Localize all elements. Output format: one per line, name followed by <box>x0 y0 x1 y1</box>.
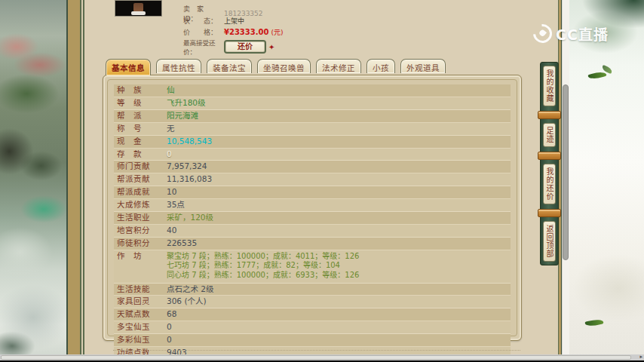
info-row-value: 0 <box>167 149 511 161</box>
price-value: ¥23333.00 <box>224 28 268 36</box>
quick-action-0[interactable]: 我的收藏 <box>543 66 556 106</box>
info-row-value: 40 <box>167 225 511 237</box>
info-row-value: 35点 <box>167 199 511 211</box>
strip-clasp <box>538 209 561 217</box>
info-row-value: 10 <box>167 186 511 198</box>
info-row-label: 等 级 <box>114 97 167 109</box>
price-unit: (元) <box>271 27 283 37</box>
info-row-label: 作 坊 <box>114 250 167 262</box>
workshop-line: 聚宝坊 7 段；熟练：100000；成就：4011；等级：126 <box>167 252 511 262</box>
info-row-value: 采矿，120级 <box>167 212 511 224</box>
background-artwork-left <box>0 0 66 360</box>
info-row: 天赋点数68 <box>114 308 511 321</box>
scroll-right-arrow-icon[interactable]: ▸ <box>639 354 642 360</box>
info-row: 多彩仙玉0 <box>114 334 511 347</box>
info-row-value: 7,957,324 <box>167 161 511 173</box>
info-row: 多宝仙玉0 <box>114 321 511 334</box>
info-row: 地宫积分40 <box>114 225 511 238</box>
info-row-value: 226535 <box>167 238 511 250</box>
info-row: 现 金10,548,543 <box>114 136 511 149</box>
page-bottom-divider <box>113 350 520 351</box>
status-value: 上架中 <box>224 16 244 26</box>
info-row-value: 10,548,543 <box>167 136 511 148</box>
strip-clasp <box>538 152 561 160</box>
info-row-label: 地宫积分 <box>114 225 167 237</box>
info-rows: 种 族仙等 级飞升180级帮 派阳元海滩称 号无现 金10,548,543存 款… <box>114 84 511 360</box>
price-row: 价 格： ¥23333.00 (元) <box>183 27 284 37</box>
info-row: 存 款0 <box>114 149 511 161</box>
info-row-label: 生活职业 <box>114 212 167 224</box>
info-row-label: 存 款 <box>114 149 167 161</box>
info-row: 帮派贡献11,316,083 <box>114 173 511 186</box>
counter-offer-row: 最高接受还价： 还价 ✦ <box>183 38 274 56</box>
tab-5[interactable]: 小孩 <box>366 59 395 73</box>
info-row: 等 级飞升180级 <box>114 97 511 110</box>
price-label: 价 格： <box>183 27 224 37</box>
info-row-value: 68 <box>167 308 511 321</box>
info-row-label: 大成修炼 <box>114 199 167 211</box>
info-row: 师徒积分226535 <box>114 238 511 250</box>
basic-info-panel-inner: 种 族仙等 级飞升180级帮 派阳元海滩称 号无现 金10,548,543存 款… <box>107 79 517 336</box>
horizontal-scrollbar[interactable]: ▸ <box>0 354 644 360</box>
info-row-label: 家具回灵 <box>114 296 167 308</box>
info-row-value: 点石之术 2级 <box>167 284 511 296</box>
status-row: 状 态： 上架中 <box>183 16 244 26</box>
info-row-value: 聚宝坊 7 段；熟练：100000；成就：4011；等级：126七巧坊 7 段；… <box>167 250 511 283</box>
info-row: 生活职业采矿，120级 <box>114 212 511 225</box>
tab-0[interactable]: 基本信息 <box>106 59 151 75</box>
info-row-label: 帮 派 <box>114 110 167 122</box>
strip-clasp <box>538 111 561 119</box>
info-row: 家具回灵306 (个人) <box>114 296 511 308</box>
info-row-value: 无 <box>167 123 511 135</box>
info-row-label: 帮派成就 <box>114 186 167 198</box>
tab-2[interactable]: 装备法宝 <box>207 59 252 73</box>
info-row-value: 仙 <box>167 84 511 97</box>
horizontal-scrollbar-thumb[interactable] <box>1 355 631 360</box>
vertical-scrollbar-thumb[interactable] <box>563 84 569 260</box>
info-row: 作 坊聚宝坊 7 段；熟练：100000；成就：4011；等级：126七巧坊 7… <box>114 250 511 284</box>
quick-action-3[interactable]: 返回顶部 <box>543 221 556 262</box>
info-row: 大成修炼35点 <box>114 199 511 212</box>
info-row-label: 称 号 <box>114 123 167 135</box>
info-row: 帮派成就10 <box>114 186 511 199</box>
info-row-value: 0 <box>167 334 511 346</box>
info-row-label: 现 金 <box>114 136 167 148</box>
info-row-label: 种 族 <box>114 84 167 97</box>
info-row-value: 0 <box>167 321 511 333</box>
red-cursor-icon: ✦ <box>268 43 274 51</box>
info-row-label: 帮派贡献 <box>114 173 167 186</box>
basic-info-panel: 种 族仙等 级飞升180级帮 派阳元海滩称 号无现 金10,548,543存 款… <box>103 75 522 341</box>
tab-6[interactable]: 外观道具 <box>400 59 446 73</box>
tab-1[interactable]: 属性抗性 <box>156 59 201 73</box>
workshop-line: 七巧坊 7 段；熟练：1777；成就：82；等级：104 <box>167 261 511 271</box>
background-artwork-right <box>558 0 644 360</box>
info-row-value: 11,316,083 <box>167 173 511 186</box>
scroll-border-left <box>66 0 84 360</box>
tab-3[interactable]: 坐骑召唤兽 <box>257 59 311 73</box>
character-portrait[interactable] <box>115 0 162 17</box>
quick-action-1[interactable]: 足迹 <box>543 123 556 147</box>
bargain-button[interactable]: 还价 <box>224 40 266 54</box>
vertical-scrollbar[interactable] <box>562 0 569 354</box>
quick-actions-strip: 我的收藏足迹我的还价返回顶部 <box>540 62 559 265</box>
cc-logo-icon <box>529 20 556 47</box>
info-row: 生活技能点石之术 2级 <box>114 284 511 296</box>
info-row-value: 飞升180级 <box>167 97 511 109</box>
info-row-label: 多彩仙玉 <box>114 334 167 346</box>
info-row: 种 族仙 <box>114 84 511 97</box>
info-row-label: 师徒积分 <box>114 238 167 250</box>
tab-bar: 基本信息属性抗性装备法宝坐骑召唤兽法术修正小孩外观道具 <box>106 59 446 75</box>
status-label: 状 态： <box>183 16 224 26</box>
info-row-label: 师门贡献 <box>114 161 167 173</box>
info-row-value: 阳元海滩 <box>167 110 511 122</box>
counter-offer-label: 最高接受还价： <box>183 38 222 56</box>
quick-action-2[interactable]: 我的还价 <box>543 164 556 204</box>
cc-logo-text: CC直播 <box>556 23 609 44</box>
cc-live-watermark: CC直播 <box>533 23 609 44</box>
info-row: 帮 派阳元海滩 <box>114 110 511 123</box>
info-row-label: 天赋点数 <box>114 308 167 321</box>
tab-4[interactable]: 法术修正 <box>316 59 361 73</box>
info-row: 师门贡献7,957,324 <box>114 161 511 173</box>
info-row-label: 生活技能 <box>114 284 167 296</box>
info-row: 称 号无 <box>114 123 511 136</box>
